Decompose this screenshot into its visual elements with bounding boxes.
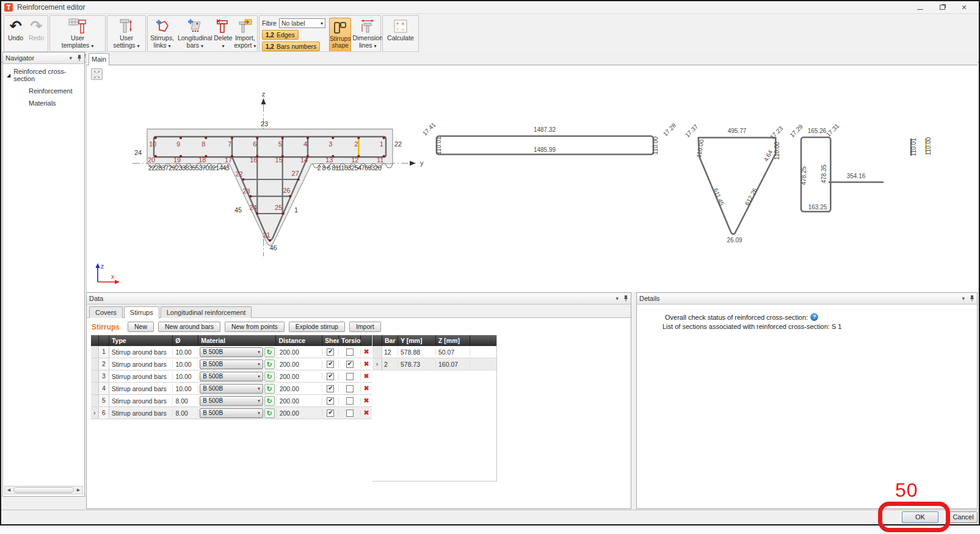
torsion-checkbox[interactable] bbox=[346, 385, 354, 392]
shear-checkbox[interactable] bbox=[327, 397, 334, 405]
shear-checkbox[interactable] bbox=[327, 410, 334, 417]
minimize-button[interactable] bbox=[916, 4, 924, 11]
refresh-material-icon[interactable]: ↻ bbox=[264, 372, 275, 381]
fibre-select[interactable]: No label ▾ bbox=[279, 18, 325, 28]
refresh-material-icon[interactable]: ↻ bbox=[264, 408, 275, 418]
stirrups-shape-icon bbox=[333, 21, 347, 35]
material-select[interactable]: B 500B▾ bbox=[200, 359, 263, 369]
new-button[interactable]: New bbox=[128, 322, 154, 332]
edges-toggle[interactable]: 1,2Edges bbox=[262, 30, 299, 40]
dimension-lines-button[interactable]: Dimensionlines ▾ bbox=[352, 16, 383, 51]
delete-row-button[interactable]: ✖ bbox=[361, 348, 372, 356]
tree-item-reinforced-cross-section[interactable]: ◢ Reinforced cross-section bbox=[7, 68, 84, 82]
row-selector[interactable]: › bbox=[91, 383, 99, 394]
row-selector[interactable]: › bbox=[91, 346, 99, 358]
refresh-material-icon[interactable]: ↻ bbox=[264, 359, 275, 369]
tab-longitudinal-reinforcement[interactable]: Longitudinal reinforcement bbox=[161, 306, 252, 318]
table-row[interactable]: › 12 578.88 50.07 bbox=[372, 346, 496, 358]
tab-stirrups[interactable]: Stirrups bbox=[124, 306, 159, 319]
stirrups-links-button[interactable]: Stirrups,links ▾ bbox=[148, 16, 176, 51]
svg-text:20: 20 bbox=[148, 156, 155, 164]
tree-item-materials[interactable]: Materials bbox=[7, 99, 84, 107]
svg-text:1485.99: 1485.99 bbox=[534, 146, 556, 153]
table-row[interactable]: › 4 Stirrup around bars 10.00 B 500B▾↻ 2… bbox=[91, 383, 372, 395]
undo-button[interactable]: ↶ Undo bbox=[5, 16, 26, 51]
details-dropdown-icon[interactable]: ▾ bbox=[962, 295, 965, 301]
restore-button[interactable] bbox=[938, 4, 946, 11]
data-panel-dropdown-icon[interactable]: ▾ bbox=[615, 295, 619, 301]
dropdown-arrow-icon: ▾ bbox=[201, 43, 203, 49]
user-templates-button[interactable]: Usertemplates ▾ bbox=[53, 16, 102, 51]
shear-checkbox[interactable] bbox=[327, 385, 334, 392]
refresh-material-icon[interactable]: ↻ bbox=[264, 347, 275, 357]
torsion-checkbox[interactable] bbox=[346, 373, 354, 380]
import-button[interactable]: Import bbox=[349, 322, 381, 332]
material-select[interactable]: B 500B▾ bbox=[200, 372, 263, 381]
svg-text:x: x bbox=[111, 273, 114, 280]
redo-button[interactable]: ↷ Redo bbox=[26, 16, 47, 51]
table-row[interactable]: › 3 Stirrup around bars 10.00 B 500B▾↻ 2… bbox=[91, 370, 372, 383]
scroll-right-icon[interactable]: ▶ bbox=[74, 488, 82, 493]
material-select[interactable]: B 500B▾ bbox=[200, 347, 263, 357]
delete-row-button[interactable]: ✖ bbox=[361, 384, 372, 392]
torsion-checkbox[interactable] bbox=[346, 397, 354, 405]
material-select[interactable]: B 500B▾ bbox=[200, 396, 263, 406]
cancel-button[interactable]: Cancel bbox=[949, 511, 978, 523]
shear-checkbox[interactable] bbox=[327, 348, 334, 356]
torsion-checkbox[interactable] bbox=[346, 410, 354, 417]
refresh-material-icon[interactable]: ↻ bbox=[264, 384, 275, 394]
row-selector[interactable]: › bbox=[91, 358, 99, 370]
zoom-fit-button[interactable]: ↖↗↙↘ bbox=[91, 68, 103, 80]
torsion-checkbox[interactable] bbox=[346, 348, 354, 356]
tab-covers[interactable]: Covers bbox=[89, 306, 123, 318]
row-selector[interactable]: › bbox=[372, 346, 382, 358]
tree-expand-icon[interactable]: ◢ bbox=[7, 73, 10, 78]
user-settings-button[interactable]: Usersettings ▾ bbox=[109, 16, 144, 51]
shear-checkbox[interactable] bbox=[327, 361, 334, 368]
delete-row-button[interactable]: ✖ bbox=[361, 409, 372, 417]
bar-table-header: Bar Y [mm] Z [mm] bbox=[372, 335, 496, 346]
table-row[interactable]: › 1 Stirrup around bars 10.00 B 500B▾↻ 2… bbox=[91, 346, 372, 358]
table-row[interactable]: › 5 Stirrup around bars 8.00 B 500B▾↻ 20… bbox=[91, 395, 372, 407]
scroll-left-icon[interactable]: ◀ bbox=[5, 488, 13, 493]
navigator-dropdown-icon[interactable]: ▾ bbox=[69, 55, 72, 61]
import-export-icon bbox=[237, 18, 253, 35]
row-selector[interactable]: › bbox=[91, 370, 99, 382]
svg-text:25: 25 bbox=[275, 204, 282, 211]
pin-icon[interactable] bbox=[623, 295, 628, 303]
tab-main[interactable]: Main bbox=[89, 53, 109, 65]
row-selector[interactable]: › bbox=[91, 407, 99, 419]
stirrups-shape-toggle[interactable]: Stirrupsshape bbox=[329, 18, 351, 56]
pin-icon[interactable] bbox=[970, 295, 975, 303]
close-button[interactable]: ✕ bbox=[960, 4, 968, 12]
dropdown-arrow-icon: ▾ bbox=[258, 362, 260, 367]
delete-row-button[interactable]: ✖ bbox=[361, 372, 372, 380]
refresh-material-icon[interactable]: ↻ bbox=[264, 396, 275, 406]
shear-checkbox[interactable] bbox=[327, 373, 334, 380]
new-from-points-button[interactable]: New from points bbox=[225, 322, 285, 332]
delete-row-button[interactable]: ✖ bbox=[361, 397, 372, 405]
new-around-bars-button[interactable]: New around bars bbox=[158, 322, 220, 332]
svg-text:17.41: 17.41 bbox=[421, 121, 437, 137]
row-selector[interactable]: › bbox=[372, 358, 382, 370]
pin-icon[interactable] bbox=[77, 54, 82, 62]
row-selector[interactable]: › bbox=[91, 395, 99, 406]
help-icon[interactable]: ? bbox=[810, 313, 818, 321]
material-select[interactable]: B 500B▾ bbox=[200, 408, 263, 418]
delete-button[interactable]: Delete▾ bbox=[213, 16, 233, 51]
explode-stirrup-button[interactable]: Explode stirrup bbox=[289, 322, 345, 332]
table-row[interactable]: › 2 Stirrup around bars 10.00 B 500B▾↻ 2… bbox=[91, 358, 372, 370]
navigator-horizontal-scrollbar[interactable]: ◀ ▶ bbox=[4, 486, 83, 494]
torsion-checkbox[interactable] bbox=[346, 361, 354, 368]
table-row[interactable]: › 2 578.73 160.07 bbox=[372, 358, 496, 370]
bars-numbers-toggle[interactable]: 1,2Bars numbers bbox=[262, 41, 320, 51]
tree-item-reinforcement[interactable]: Reinforcement bbox=[7, 87, 84, 95]
drawing-canvas[interactable]: ↖↗↙↘ z y bbox=[86, 65, 978, 292]
longitudinal-bars-button[interactable]: Longitudinalbars ▾ bbox=[176, 16, 213, 51]
material-select[interactable]: B 500B▾ bbox=[200, 384, 263, 394]
import-export-button[interactable]: Import,export ▾ bbox=[233, 16, 257, 51]
scrollbar-thumb[interactable] bbox=[13, 487, 74, 493]
delete-row-button[interactable]: ✖ bbox=[361, 360, 372, 368]
table-row[interactable]: › 6 Stirrup around bars 8.00 B 500B▾↻ 20… bbox=[91, 407, 372, 419]
calculate-button[interactable]: +×÷= Calculate bbox=[384, 16, 417, 51]
